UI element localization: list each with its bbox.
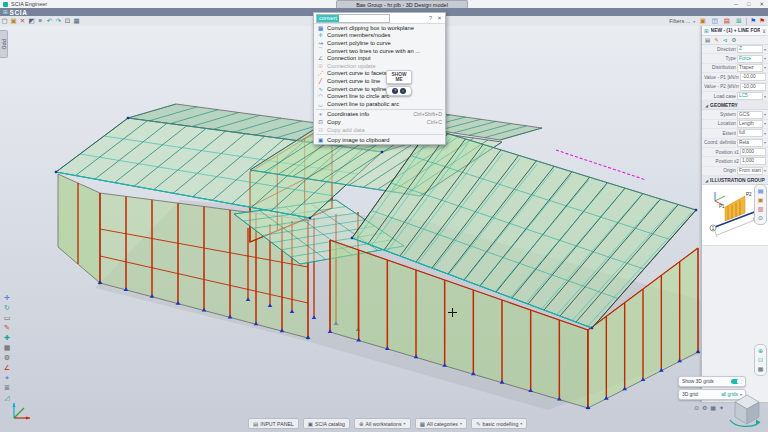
angle-icon[interactable]: ∠ xyxy=(2,364,12,372)
chevron-down-icon: ▾ xyxy=(764,47,766,52)
menu-item-curve-to-facets[interactable]: ⋰Convert curve to facets xyxy=(314,70,445,78)
right-tab-strip-lower: ⊕ ⊡ ▦ xyxy=(754,344,767,376)
close-project-icon[interactable]: ✕ xyxy=(18,16,27,26)
workstations-dropdown[interactable]: ⊕All workstations▾ xyxy=(354,418,411,429)
properties-tab-icon[interactable]: ▤ xyxy=(758,188,764,194)
snap-point-icon[interactable]: ✚ xyxy=(2,334,12,342)
activity-icon[interactable]: ▤ xyxy=(722,16,731,26)
grid-icon[interactable]: ▦ xyxy=(2,344,12,352)
properties-header[interactable]: NEW - (1) + LINE FORCE ON... (1) xyxy=(711,28,761,33)
menu-item-convert-polyline[interactable]: ↝Convert polyline to curve xyxy=(314,39,445,47)
geometry-section-header[interactable]: ◢GEOMETRY xyxy=(702,101,768,110)
fit-view-icon[interactable]: ⊡ xyxy=(758,357,763,363)
show-me-help-icon[interactable]: ? xyxy=(392,88,398,94)
edit-icon[interactable]: ✎ xyxy=(2,324,12,332)
copy-icon[interactable]: ⊡ xyxy=(63,16,72,26)
image-icon[interactable]: ▦ xyxy=(72,16,81,26)
window-select-icon[interactable]: ▭ xyxy=(2,314,12,322)
curve-to-line-icon: ╱ xyxy=(317,78,324,84)
layers-icon[interactable]: ⊞ xyxy=(734,16,743,26)
light-icon[interactable]: ✦ xyxy=(719,404,724,411)
filters-dropdown[interactable]: Filters ... xyxy=(669,18,690,24)
menu-grid-icon[interactable]: ⊞ xyxy=(3,9,8,15)
select-icon[interactable]: ✛ xyxy=(2,294,12,302)
origin-icon[interactable]: ⌖ xyxy=(2,374,12,382)
tags-dropdown[interactable]: ✎basic modelling▾ xyxy=(471,418,527,429)
prop-row-value-p1[interactable]: Value - P1 [kN/m]-10,00 xyxy=(702,73,768,82)
bim-tab-icon[interactable]: ⊙ xyxy=(758,215,763,221)
redo-icon[interactable]: ↷ xyxy=(54,16,63,26)
tag-icon: ✎ xyxy=(476,421,481,427)
minimize-button[interactable]: ─ xyxy=(734,1,738,7)
chevron-down-icon: ▾ xyxy=(764,121,766,126)
prop-row-distribution[interactable]: DistributionTrapez▾ xyxy=(702,64,768,73)
print-icon[interactable]: ≡ xyxy=(36,16,45,26)
menu-item-connection-input[interactable]: ∠Connection input xyxy=(314,54,445,62)
prop-filter-icon[interactable]: ⊲ xyxy=(723,37,728,43)
prop-row-extent[interactable]: Extentfull▾ xyxy=(702,129,768,138)
menu-item-convert-clipping-box[interactable]: ▦Convert clipping box to workplane xyxy=(314,24,445,32)
menu-item-line-to-parabolic-arc[interactable]: ◡Convert line to parabolic arc xyxy=(314,100,445,108)
flag-red-icon[interactable]: ⚑ xyxy=(759,17,765,25)
svg-text:P2: P2 xyxy=(746,192,752,197)
report-tab-icon[interactable]: ▥ xyxy=(758,206,764,212)
show-3d-grids-toggle[interactable] xyxy=(731,379,742,385)
prop-row-load-case[interactable]: Load caseLC5▾ xyxy=(702,92,768,101)
pin-icon[interactable]: ⊻ xyxy=(762,28,766,34)
mouse-cursor xyxy=(448,308,457,317)
curve-to-facets-icon: ⋰ xyxy=(317,70,324,76)
navigation-cube[interactable] xyxy=(726,390,766,428)
menu-item-convert-two-lines[interactable]: ⌒Convert two lines to curve with an ... xyxy=(314,47,445,55)
prop-row-position-x2[interactable]: Position x21,000 xyxy=(702,157,768,166)
prop-row-origin[interactable]: OriginFrom start▾ xyxy=(702,167,768,176)
prop-row-coord-definition[interactable]: Coord. definitionRela▾ xyxy=(702,139,768,148)
rotate-view-icon[interactable]: ↻ xyxy=(2,304,12,312)
input-panel-button[interactable]: ▤INPUT PANEL xyxy=(248,418,299,429)
chevron-down-icon: ▾ xyxy=(764,168,766,173)
menu-close-icon[interactable]: ✕ xyxy=(436,15,443,21)
menu-item-curve-to-line[interactable]: ╱Convert curve to line xyxy=(314,77,445,85)
view-settings-icon[interactable]: ▦ xyxy=(758,366,764,372)
prop-row-location[interactable]: LocationLength▾ xyxy=(702,120,768,129)
catalog-icon: ▣ xyxy=(308,421,313,427)
scia-catalog-button[interactable]: ▣SCIA catalog xyxy=(303,418,350,429)
grid-toggle-icon[interactable]: ▦ xyxy=(710,404,716,411)
gear-icon[interactable]: ⚙ xyxy=(702,404,707,411)
prop-row-value-p2[interactable]: Value - P2 [kN/m]-10,00 xyxy=(702,83,768,92)
categories-dropdown[interactable]: ▦All categories▾ xyxy=(415,418,467,429)
save-icon[interactable]: ◩ xyxy=(27,16,36,26)
two-lines-curve-icon: ⌒ xyxy=(317,47,324,54)
maximize-button[interactable]: □ xyxy=(747,1,750,7)
flag-blue-icon[interactable]: ⚑ xyxy=(750,17,756,25)
close-button[interactable]: ✕ xyxy=(759,1,764,7)
menu-search-input[interactable]: convert xyxy=(316,14,390,23)
prop-row-direction[interactable]: DirectionZ▾ xyxy=(702,45,768,54)
side-tab-ppd[interactable]: PPD xyxy=(0,30,8,58)
undo-icon[interactable]: ↶ xyxy=(45,16,54,26)
prop-row-type[interactable]: TypeForce▾ xyxy=(702,54,768,63)
menu-item-coordinates-info[interactable]: ⌖Coordinates infoCtrl+Shift+D xyxy=(314,111,445,119)
open-project-icon[interactable]: ▣ xyxy=(9,16,18,26)
menu-item-copy[interactable]: ⊡CopyCtrl+C xyxy=(314,118,445,126)
menu-item-copy-image[interactable]: ▣Copy image to clipboard xyxy=(314,136,445,144)
new-project-icon[interactable]: ▢ xyxy=(0,16,9,26)
menu-item-curve-to-spline[interactable]: ∿Convert curve to spline xyxy=(314,85,445,93)
prop-list-icon[interactable]: ▤ xyxy=(705,37,710,43)
cascade-windows-icon[interactable]: ◫ xyxy=(710,16,719,26)
list-icon[interactable]: ≣ xyxy=(2,384,12,392)
settings-icon[interactable]: ⚙ xyxy=(2,354,12,362)
menu-item-convert-members-nodes[interactable]: ✛Convert members/nodes xyxy=(314,32,445,40)
zoom-all-icon[interactable]: ⊕ xyxy=(758,348,763,354)
prop-brush-icon[interactable]: ✎ xyxy=(714,37,719,43)
catalog-tab-icon[interactable]: ▣ xyxy=(758,197,764,203)
zoom-icon[interactable]: ⊙ xyxy=(694,404,699,411)
show-me-play-icon[interactable]: i xyxy=(400,88,406,94)
prop-row-system[interactable]: SystemGCS▾ xyxy=(702,110,768,119)
prop-settings-icon[interactable]: ⚙ xyxy=(731,37,736,43)
filters-caret-icon: ▾ xyxy=(693,19,695,24)
menu-item-line-to-circle-arc[interactable]: ◠Convert line to circle arc xyxy=(314,92,445,100)
menu-help-icon[interactable]: ? xyxy=(427,15,434,21)
prop-row-position-x1[interactable]: Position x10,000 xyxy=(702,148,768,157)
new-window-icon[interactable]: ▣ xyxy=(698,16,707,26)
viewport-3d[interactable]: PPD ✛ ↻ ▭ ✎ ✚ ▦ ⚙ ∠ ⌖ ≣ ◿ xyxy=(0,26,768,432)
